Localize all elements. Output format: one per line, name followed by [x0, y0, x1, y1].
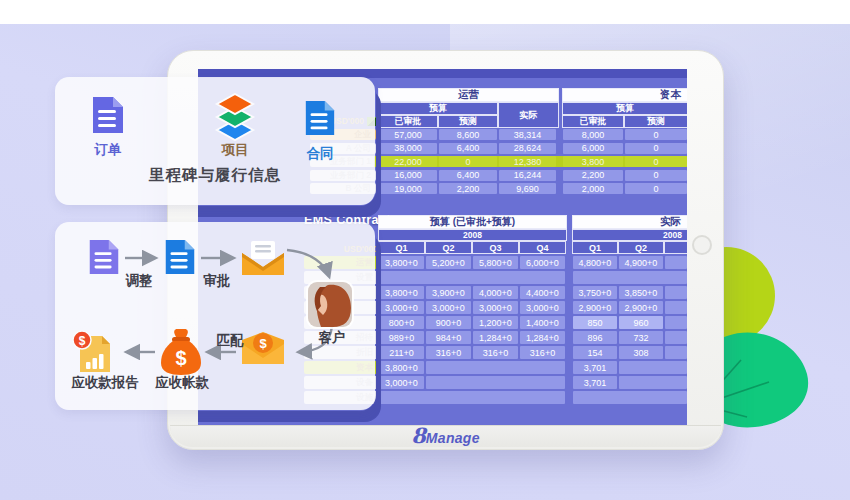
table-cell[interactable]: [573, 391, 687, 404]
table-cell[interactable]: 8,600: [439, 129, 497, 140]
table-cell[interactable]: 6,000: [563, 143, 623, 154]
table-cell[interactable]: 38,000: [379, 143, 437, 154]
table-cell[interactable]: [426, 376, 565, 389]
table-row[interactable]: 3,800+0: [379, 361, 565, 374]
table-cell[interactable]: 16,000: [379, 170, 437, 181]
table-row[interactable]: 3,8000: [563, 156, 687, 167]
table-row[interactable]: 800+0900+01,200+01,400+0: [379, 316, 565, 329]
table-cell[interactable]: 984+0: [426, 331, 471, 344]
table-cell[interactable]: 4,000+0: [473, 286, 518, 299]
table-cell[interactable]: 1,284+0: [473, 331, 518, 344]
table-row[interactable]: 4,800+04,900+0: [573, 256, 687, 269]
table-row[interactable]: 22,000012,380: [379, 156, 556, 167]
table-cell[interactable]: 3,850+0: [619, 286, 663, 299]
table-row[interactable]: 2,900+02,900+0: [573, 301, 687, 314]
table-row[interactable]: 154308: [573, 346, 687, 359]
table-row[interactable]: 2,0000: [563, 183, 687, 194]
table-cell[interactable]: 19,000: [379, 183, 437, 194]
table-row[interactable]: 3,000+0: [379, 376, 565, 389]
table-cell[interactable]: 3,000+0: [473, 301, 518, 314]
table-cell[interactable]: 989+0: [379, 331, 424, 344]
table-cell[interactable]: 3,900+0: [426, 286, 471, 299]
table-row[interactable]: 3,701: [573, 361, 687, 374]
table-cell[interactable]: 850: [573, 316, 617, 329]
table-row[interactable]: 3,800+03,900+04,000+04,400+0: [379, 286, 565, 299]
table-cell[interactable]: 4,400+0: [520, 286, 565, 299]
table-cell[interactable]: 3,701: [573, 361, 617, 374]
table-cell[interactable]: 3,800+0: [379, 256, 424, 269]
table-row[interactable]: [379, 391, 565, 404]
table-row[interactable]: 38,0006,40028,624: [379, 143, 556, 154]
table-cell[interactable]: 2,200: [439, 183, 497, 194]
table-cell[interactable]: 2,200: [563, 170, 623, 181]
table-row[interactable]: 19,0002,2009,690: [379, 183, 556, 194]
table-cell[interactable]: 57,000: [379, 129, 437, 140]
table-cell[interactable]: 316+0: [473, 346, 518, 359]
table-cell[interactable]: [619, 376, 687, 389]
table-cell[interactable]: 308: [619, 346, 663, 359]
table-row[interactable]: 8,0000: [563, 129, 687, 140]
table-row[interactable]: 2,2000: [563, 170, 687, 181]
table-cell[interactable]: 732: [619, 331, 663, 344]
table-cell[interactable]: 960: [619, 316, 663, 329]
table-cell[interactable]: [426, 361, 565, 374]
table-cell[interactable]: 3,701: [573, 376, 617, 389]
table-cell[interactable]: 5,200+0: [426, 256, 471, 269]
table-row[interactable]: 989+0984+01,284+01,284+0: [379, 331, 565, 344]
table-row[interactable]: 57,0008,60038,314: [379, 129, 556, 140]
table-cell[interactable]: 154: [573, 346, 617, 359]
table-cell[interactable]: [665, 301, 687, 314]
table-cell[interactable]: 800+0: [379, 316, 424, 329]
table-row[interactable]: 896732: [573, 331, 687, 344]
table-cell[interactable]: 3,750+0: [573, 286, 617, 299]
table-row[interactable]: 16,0006,40016,244: [379, 170, 556, 181]
table-cell[interactable]: 3,000+0: [520, 301, 565, 314]
table-cell[interactable]: 9,690: [499, 183, 556, 194]
table-cell[interactable]: 6,400: [439, 170, 497, 181]
table-cell[interactable]: 12,380: [499, 156, 556, 167]
table-cell[interactable]: 3,000+0: [379, 376, 424, 389]
table-cell[interactable]: 6,000+0: [520, 256, 565, 269]
table-cell[interactable]: 1,284+0: [520, 331, 565, 344]
table-cell[interactable]: 2,900+0: [573, 301, 617, 314]
table-cell[interactable]: 3,000+0: [426, 301, 471, 314]
table-cell[interactable]: 16,244: [499, 170, 556, 181]
table-cell[interactable]: 5,800+0: [473, 256, 518, 269]
table-cell[interactable]: 211+0: [379, 346, 424, 359]
table-cell[interactable]: 3,800+0: [379, 361, 424, 374]
table-row[interactable]: 3,750+03,850+0: [573, 286, 687, 299]
table-row[interactable]: 850960: [573, 316, 687, 329]
table-cell[interactable]: 0: [625, 129, 687, 140]
table-cell[interactable]: 0: [439, 156, 497, 167]
table-cell[interactable]: 4,800+0: [573, 256, 617, 269]
table-cell[interactable]: 4,900+0: [619, 256, 663, 269]
table-cell[interactable]: 316+0: [520, 346, 565, 359]
table-cell[interactable]: 1,400+0: [520, 316, 565, 329]
table-cell[interactable]: 1,200+0: [473, 316, 518, 329]
table-row[interactable]: 211+0316+0316+0316+0: [379, 346, 565, 359]
table-cell[interactable]: 0: [625, 183, 687, 194]
table-cell[interactable]: 316+0: [426, 346, 471, 359]
table-row[interactable]: 6,0000: [563, 143, 687, 154]
table-cell[interactable]: [379, 271, 565, 284]
table-row[interactable]: 3,000+03,000+03,000+03,000+0: [379, 301, 565, 314]
table-cell[interactable]: 896: [573, 331, 617, 344]
table-cell[interactable]: 0: [625, 156, 687, 167]
table-cell[interactable]: 2,000: [563, 183, 623, 194]
table-cell[interactable]: 0: [625, 143, 687, 154]
table-cell[interactable]: 22,000: [379, 156, 437, 167]
table-cell[interactable]: [665, 316, 687, 329]
table-cell[interactable]: [665, 286, 687, 299]
table-cell[interactable]: [665, 346, 687, 359]
table-cell[interactable]: [665, 256, 687, 269]
table-cell[interactable]: [573, 271, 687, 284]
table-cell[interactable]: 28,624: [499, 143, 556, 154]
table-cell[interactable]: 0: [625, 170, 687, 181]
table-row[interactable]: 3,701: [573, 376, 687, 389]
table-cell[interactable]: 3,800+0: [379, 286, 424, 299]
table-cell[interactable]: [379, 391, 565, 404]
table-row[interactable]: [573, 391, 687, 404]
table-cell[interactable]: 3,000+0: [379, 301, 424, 314]
table-row[interactable]: [573, 271, 687, 284]
table-cell[interactable]: 2,900+0: [619, 301, 663, 314]
